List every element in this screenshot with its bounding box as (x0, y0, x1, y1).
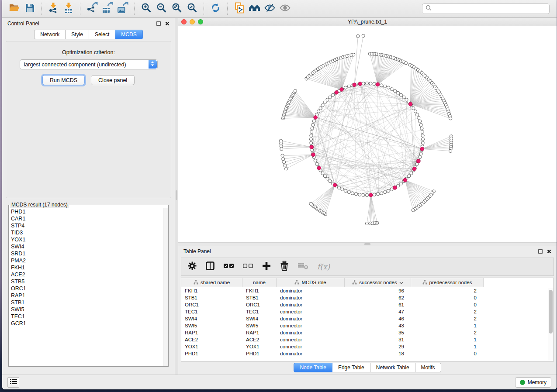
network-node[interactable] (421, 141, 424, 144)
table-scrollbar[interactable] (548, 288, 554, 361)
mcds-result-item[interactable]: TEC1 (9, 313, 168, 320)
mcds-node[interactable] (353, 83, 356, 87)
mcds-node[interactable] (311, 153, 315, 157)
network-node[interactable] (321, 172, 324, 175)
mcds-node[interactable] (333, 183, 337, 187)
network-node[interactable] (384, 85, 387, 88)
create-column-button[interactable] (262, 261, 271, 272)
mcds-result-item[interactable]: PHD1 (9, 208, 168, 215)
network-node[interactable] (279, 139, 282, 142)
network-node[interactable] (311, 148, 314, 151)
mcds-result-item[interactable]: ACE2 (9, 271, 168, 278)
network-node[interactable] (323, 101, 326, 104)
table-row[interactable]: SWI4SWI4dominator462 (181, 315, 554, 322)
select-all-button[interactable] (223, 263, 234, 271)
network-node[interactable] (414, 110, 417, 113)
close-panel-icon[interactable] (165, 21, 170, 26)
network-node[interactable] (362, 193, 365, 196)
network-node[interactable] (362, 34, 365, 38)
network-node[interactable] (321, 104, 324, 107)
network-node[interactable] (410, 172, 413, 175)
network-node[interactable] (284, 164, 287, 167)
network-node[interactable] (319, 107, 322, 110)
table-row[interactable]: RAP1RAP1dominator352 (181, 329, 554, 336)
network-node[interactable] (380, 192, 383, 195)
network-node[interactable] (314, 159, 317, 162)
mcds-node[interactable] (412, 167, 416, 171)
mcds-result-item[interactable]: SWI5 (9, 306, 168, 313)
column-settings-button[interactable] (187, 261, 197, 272)
network-node[interactable] (294, 89, 297, 93)
network-node[interactable] (387, 189, 390, 193)
network-node[interactable] (408, 175, 411, 178)
network-node[interactable] (419, 152, 422, 155)
mcds-node[interactable] (335, 90, 339, 94)
network-node[interactable] (365, 193, 368, 196)
network-node[interactable] (310, 131, 313, 134)
network-node[interactable] (323, 175, 326, 178)
network-canvas[interactable] (178, 26, 557, 242)
memory-button[interactable]: Memory (515, 377, 551, 388)
export-image-button[interactable] (115, 1, 130, 16)
float-panel-icon[interactable] (156, 21, 161, 26)
mcds-result-item[interactable]: GCR1 (9, 320, 168, 327)
mcds-result-item[interactable]: RAP1 (9, 292, 168, 299)
split-handle[interactable] (176, 190, 177, 200)
network-node[interactable] (282, 158, 285, 161)
mcds-node[interactable] (376, 83, 380, 86)
table-row[interactable]: ORC1ORC1dominator610 (181, 301, 554, 308)
zoom-fit-button[interactable] (169, 1, 184, 16)
network-node[interactable] (284, 167, 287, 170)
mcds-node[interactable] (314, 116, 318, 120)
column-header-shared-name[interactable]: shared name (181, 278, 242, 287)
network-node[interactable] (310, 134, 313, 137)
zoom-in-button[interactable] (138, 1, 154, 16)
mcds-node[interactable] (358, 82, 362, 86)
network-node[interactable] (358, 193, 361, 196)
function-builder-button[interactable]: f(x) (317, 262, 330, 271)
table-tab-node-table[interactable]: Node Table (294, 363, 332, 372)
zoom-out-button[interactable] (154, 1, 169, 16)
deselect-all-button[interactable] (242, 263, 253, 271)
network-node[interactable] (329, 180, 332, 183)
mcds-result-item[interactable]: YOX1 (9, 236, 168, 243)
tab-style[interactable]: Style (66, 30, 89, 39)
network-node[interactable] (326, 98, 329, 101)
delete-table-button[interactable] (298, 262, 309, 272)
network-node[interactable] (421, 138, 424, 141)
network-node[interactable] (397, 91, 400, 94)
network-node[interactable] (380, 84, 383, 87)
network-node[interactable] (365, 82, 368, 85)
refresh-layout-button[interactable] (208, 1, 223, 16)
task-history-button[interactable] (7, 377, 19, 388)
mcds-node[interactable] (417, 159, 421, 163)
mcds-result-item[interactable]: FKH1 (9, 264, 168, 271)
network-node[interactable] (344, 86, 347, 89)
list-scrollbar[interactable] (163, 208, 168, 366)
network-node[interactable] (347, 85, 350, 88)
table-tab-edge-table[interactable]: Edge Table (332, 363, 370, 372)
network-node[interactable] (417, 116, 420, 119)
network-node[interactable] (373, 83, 376, 86)
mcds-result-item[interactable]: TID3 (9, 229, 168, 236)
search-input[interactable] (434, 6, 546, 12)
mcds-node[interactable] (408, 102, 412, 106)
network-node[interactable] (312, 120, 315, 123)
split-handle[interactable] (364, 243, 370, 245)
mcds-result-item[interactable]: SRD1 (9, 250, 168, 257)
network-node[interactable] (419, 123, 422, 126)
zoom-selected-button[interactable] (184, 1, 200, 16)
network-node[interactable] (317, 110, 320, 113)
network-node[interactable] (373, 193, 376, 196)
table-tab-network-table[interactable]: Network Table (370, 363, 415, 372)
column-header-successor-nodes[interactable]: successor nodes (345, 278, 411, 287)
mcds-result-item[interactable]: CAR1 (9, 215, 168, 222)
column-header-predecessor-nodes[interactable]: predecessor nodes (411, 278, 484, 287)
network-node[interactable] (283, 161, 286, 164)
network-node[interactable] (337, 186, 340, 189)
network-node[interactable] (412, 107, 415, 110)
export-network-button[interactable] (84, 1, 100, 16)
network-node[interactable] (399, 93, 402, 96)
network-node[interactable] (384, 191, 387, 194)
search-box[interactable] (422, 3, 550, 14)
